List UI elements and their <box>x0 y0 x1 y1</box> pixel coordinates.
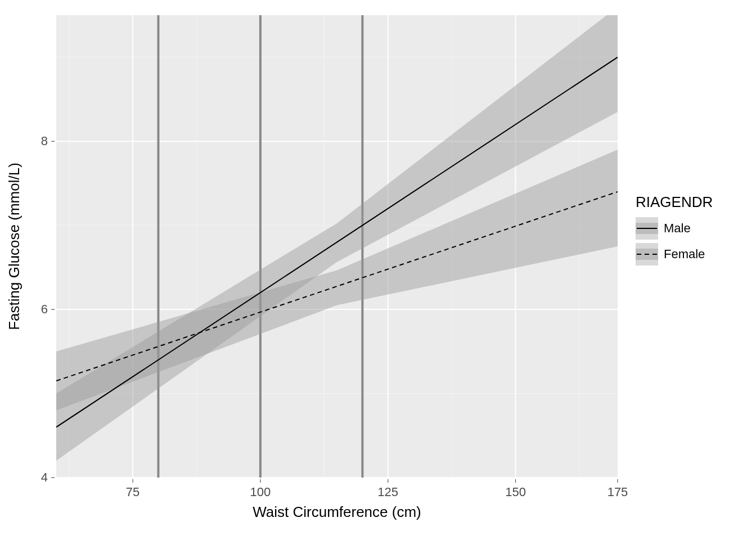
y-axis-title: Fasting Glucose (mmol/L) <box>6 163 22 330</box>
y-tick-label: 8 <box>41 134 48 148</box>
x-tick-label: 150 <box>505 485 526 499</box>
legend: RIAGENDRMaleFemale <box>636 194 713 266</box>
x-tick-label: 125 <box>377 485 398 499</box>
x-tick-label: 100 <box>250 485 271 499</box>
chart-svg: 75100125150175468Waist Circumference (cm… <box>0 0 756 540</box>
x-tick-label: 75 <box>126 485 140 499</box>
legend-title: RIAGENDR <box>636 194 713 210</box>
y-tick-label: 6 <box>41 302 48 316</box>
x-tick-label: 175 <box>608 485 628 499</box>
legend-item: Male <box>636 217 691 240</box>
legend-item-label: Female <box>664 247 705 261</box>
x-axis-title: Waist Circumference (cm) <box>253 503 421 520</box>
chart-stage: 75100125150175468Waist Circumference (cm… <box>0 0 756 540</box>
legend-item-label: Male <box>664 221 691 235</box>
legend-item: Female <box>636 243 705 266</box>
y-tick-label: 4 <box>41 470 48 484</box>
